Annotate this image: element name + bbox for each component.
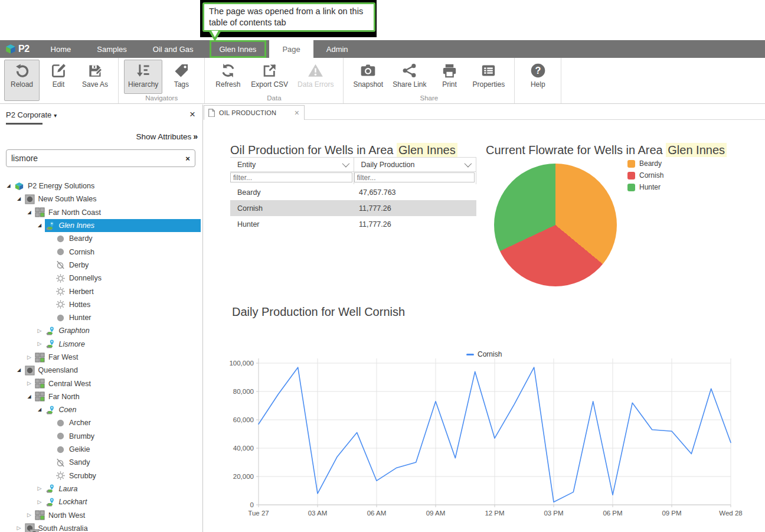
tree-item-scrubby[interactable]: Scrubby (0, 469, 202, 482)
partial-tree-item-icon (30, 529, 39, 532)
expanded-expander-icon[interactable]: ◢ (15, 197, 23, 201)
tree-item-queensland[interactable]: ◢Queensland (0, 364, 202, 377)
tree-item-lockhart[interactable]: ▷Lockhart (0, 495, 202, 508)
collapsed-expander-icon[interactable]: ▷ (36, 341, 44, 347)
nav-item-samples[interactable]: Samples (84, 40, 140, 58)
tree-item-far-north[interactable]: ◢Far North (0, 390, 202, 403)
region-icon (35, 353, 45, 363)
collapsed-expander-icon[interactable]: ▷ (25, 513, 33, 518)
tree-item-lismore[interactable]: ▷Lismore (0, 338, 202, 351)
expanded-expander-icon[interactable]: ◢ (25, 394, 33, 399)
tree-item-hunter[interactable]: Hunter (0, 311, 202, 324)
nav-item-home[interactable]: Home (38, 40, 84, 58)
export-csv-button[interactable]: Export CSV (247, 60, 292, 94)
tree-item-sandy[interactable]: Sandy (0, 456, 202, 469)
show-attributes-link[interactable]: Show Attributes» (136, 132, 198, 141)
tree-item-donnellys[interactable]: Donnellys (0, 272, 202, 285)
table-row-hunter[interactable]: Hunter11,777.26 (230, 216, 476, 232)
toolbar-group-caption (519, 101, 556, 103)
tree-item-label: Central West (48, 380, 91, 388)
tree-item-graphton[interactable]: ▷Graphton (0, 324, 202, 337)
navigator-selector[interactable]: P2 Corporate▾ (6, 110, 57, 119)
legend-item-cornish[interactable]: Cornish (627, 169, 663, 181)
column-header-entity[interactable]: Entity (230, 158, 354, 171)
filter-input-daily-production[interactable] (354, 172, 475, 182)
tree-item-central-west[interactable]: ▷Central West (0, 377, 202, 390)
tree-item-north-west[interactable]: ▷North West (0, 508, 202, 521)
print-button[interactable]: Print (432, 60, 468, 94)
legend-item-beardy[interactable]: Beardy (627, 158, 663, 169)
expanded-expander-icon[interactable]: ◢ (36, 407, 44, 412)
svg-text:09 PM: 09 PM (662, 510, 681, 517)
svg-text:03 PM: 03 PM (544, 510, 563, 517)
entity-cell: Cornish (230, 204, 354, 213)
daily-production-cell: 11,777.26 (354, 220, 476, 229)
help-button[interactable]: ?Help (520, 60, 555, 101)
tree-item-cornish[interactable]: Cornish (0, 245, 202, 258)
nav-item-oil-and-gas[interactable]: Oil and Gas (140, 40, 207, 58)
expanded-expander-icon[interactable]: ◢ (15, 368, 23, 373)
tab-oil-production[interactable]: OIL PRODUCTION × (204, 105, 305, 120)
tags-button[interactable]: Tags (164, 60, 199, 94)
callout-text: The page was opened from a link on this … (202, 2, 375, 32)
edit-button[interactable]: Edit (41, 60, 76, 101)
expanded-expander-icon[interactable]: ◢ (25, 210, 33, 215)
collapsed-expander-icon[interactable]: ▷ (36, 500, 44, 505)
nav-item-admin[interactable]: Admin (313, 40, 361, 58)
snapshot-button[interactable]: Snapshot (349, 60, 387, 94)
app-window: The page was opened from a link on this … (0, 0, 765, 532)
collapsed-expander-icon[interactable]: ▷ (15, 526, 23, 531)
tree-item-new-south-wales[interactable]: ◢New South Wales (0, 192, 202, 205)
table-row-cornish[interactable]: Cornish11,777.26 (230, 200, 476, 216)
tree-item-coen[interactable]: ◢Coen (0, 403, 202, 416)
tree-item-beardy[interactable]: Beardy (0, 232, 202, 245)
collapsed-expander-icon[interactable]: ▷ (36, 328, 44, 334)
hierarchy-icon (135, 63, 151, 79)
hierarchy-button[interactable]: Hierarchy (124, 60, 162, 94)
collapsed-expander-icon[interactable]: ▷ (25, 381, 33, 386)
clear-search-icon[interactable]: × (181, 154, 195, 163)
tree-item-label: Scrubby (69, 472, 96, 480)
nav-item-page[interactable]: Page (269, 40, 313, 58)
save-as-icon (87, 63, 103, 79)
chevron-down-icon[interactable] (342, 160, 349, 168)
expanded-expander-icon[interactable]: ◢ (36, 223, 44, 228)
close-panel-button[interactable]: × (189, 109, 195, 119)
tree-item-herbert[interactable]: Herbert (0, 285, 202, 298)
tree-item-derby[interactable]: Derby (0, 259, 202, 272)
column-header-daily-production[interactable]: Daily Production (354, 158, 476, 171)
search-input[interactable] (6, 154, 181, 163)
collapsed-expander-icon[interactable]: ▷ (36, 486, 44, 491)
refresh-button[interactable]: Refresh (210, 60, 246, 94)
tree-item-label: Graphton (59, 327, 90, 335)
daily-production-line-chart: 020,00040,00060,00080,000100,000Tue 2703… (224, 345, 750, 525)
filter-input-entity[interactable] (230, 172, 352, 182)
share-link-button[interactable]: Share Link (388, 60, 430, 94)
data-errors-button[interactable]: Data Errors (293, 60, 338, 94)
reload-button[interactable]: Reload (4, 60, 40, 101)
tree-item-far-west[interactable]: ▷Far West (0, 351, 202, 364)
navigator-tab-underline (6, 123, 42, 125)
table-row-beardy[interactable]: Beardy47,657.763 (230, 184, 476, 200)
toolbar-group: ?Help (515, 58, 561, 103)
expanded-expander-icon[interactable]: ◢ (5, 184, 12, 188)
tree-item-hottes[interactable]: Hottes (0, 298, 202, 311)
tree-item-geikie[interactable]: Geikie (0, 443, 202, 456)
tree-item-p2-energy-solutions[interactable]: ◢P2 Energy Solutions (0, 179, 202, 192)
toolbar-group-caption: Data (210, 94, 338, 103)
properties-button[interactable]: Properties (469, 60, 509, 94)
tree-item-laura[interactable]: ▷Laura (0, 482, 202, 495)
collapsed-expander-icon[interactable]: ▷ (25, 355, 33, 360)
close-tab-icon[interactable]: × (293, 108, 300, 118)
tree-item-label: Hunter (69, 314, 91, 322)
legend-item-hunter[interactable]: Hunter (627, 181, 663, 193)
chevron-down-icon[interactable] (465, 160, 472, 168)
nav-item-glen-innes[interactable]: Glen Innes (210, 40, 267, 58)
save-as-button[interactable]: Save As (77, 60, 113, 101)
toolbar-group-share: SnapshotShare LinkPrintPropertiesShare (344, 58, 515, 103)
tree-item-far-north-coast[interactable]: ◢Far North Coast (0, 206, 202, 219)
tree-item-archer[interactable]: Archer (0, 416, 202, 429)
tree-item-label: New South Wales (38, 195, 97, 203)
tree-item-brumby[interactable]: Brumby (0, 430, 202, 443)
tree-item-glen-innes[interactable]: ◢Glen Innes (0, 219, 202, 232)
